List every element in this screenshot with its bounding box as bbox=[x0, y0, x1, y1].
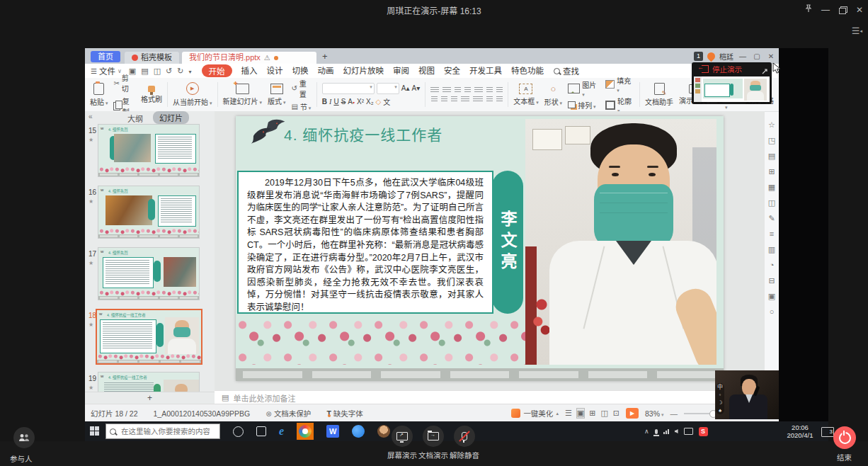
zoom-level[interactable]: 83% bbox=[645, 409, 663, 418]
sidebar-icon-4[interactable]: ⊞ bbox=[768, 168, 775, 176]
italic-button[interactable]: I bbox=[329, 98, 331, 106]
participants-button[interactable] bbox=[13, 427, 35, 448]
tab-template[interactable]: 稻壳模板 bbox=[125, 52, 179, 64]
sidebar-icon-10[interactable]: ◔ bbox=[770, 261, 775, 269]
justify-icon[interactable] bbox=[461, 96, 469, 103]
menu-features[interactable]: 特色功能 bbox=[511, 64, 544, 77]
sidebar-icon-1[interactable]: ☆ bbox=[768, 121, 775, 129]
reading-view-icon[interactable]: ◫ bbox=[600, 409, 607, 418]
input-method-icon[interactable] bbox=[684, 428, 693, 435]
textbox-button[interactable]: 文本框 bbox=[513, 84, 538, 106]
zoom-slider[interactable] bbox=[684, 413, 716, 414]
format-painter-button[interactable]: 格式刷 bbox=[141, 86, 162, 104]
sidebar-icon-11[interactable]: ⊟ bbox=[768, 277, 775, 285]
quickbar-more-icon[interactable] bbox=[188, 67, 191, 76]
sidebar-icon-6[interactable]: ◫ bbox=[768, 199, 775, 207]
align-right-icon[interactable] bbox=[451, 96, 457, 103]
participant-video-thumbnail[interactable]: 中◦☽♠ bbox=[715, 370, 779, 419]
tab-document[interactable]: 我们的节日清明.pptx ⚠ bbox=[182, 52, 316, 64]
reset-button[interactable]: 重置 bbox=[291, 78, 311, 99]
section-button[interactable]: 节 bbox=[291, 101, 311, 112]
menu-review[interactable]: 审阅 bbox=[393, 64, 409, 77]
count-badge[interactable]: 1 bbox=[694, 52, 703, 61]
unmute-button[interactable] bbox=[454, 426, 475, 447]
menu-transition[interactable]: 切换 bbox=[292, 64, 309, 77]
slide-thumbnail-15[interactable]: w 4. 缅怀先烈 bbox=[98, 124, 200, 177]
participants-label[interactable]: 参与人 bbox=[10, 453, 33, 464]
add-slide-button[interactable]: + bbox=[147, 393, 152, 403]
print-icon[interactable] bbox=[141, 67, 148, 76]
end-meeting-button[interactable] bbox=[833, 426, 856, 449]
doc-assistant-button[interactable]: 文档助手 bbox=[645, 83, 673, 107]
end-meeting-label[interactable]: 结束 bbox=[837, 452, 852, 462]
doc-share-label[interactable]: 文档演示 bbox=[418, 450, 448, 460]
menu-view[interactable]: 视图 bbox=[418, 64, 435, 77]
beautify-button[interactable]: 一键美化 bbox=[511, 408, 559, 419]
taskbar-avatar[interactable] bbox=[377, 425, 390, 438]
close-button[interactable]: ✕ bbox=[854, 4, 865, 16]
numbering-icon[interactable] bbox=[442, 87, 451, 93]
search-input[interactable] bbox=[120, 426, 211, 436]
sidebar-icon-5[interactable]: ▦ bbox=[768, 183, 775, 191]
cortana-icon[interactable] bbox=[233, 426, 244, 437]
wps-minimize-button[interactable]: — bbox=[738, 52, 748, 60]
wps-restore-button[interactable]: ▢ bbox=[752, 52, 762, 60]
text-tools-icon[interactable] bbox=[496, 87, 503, 93]
name-pill[interactable]: 李文亮 bbox=[492, 171, 523, 314]
task-view-icon[interactable] bbox=[256, 426, 266, 436]
bold-button[interactable]: B bbox=[322, 98, 327, 106]
layout-button[interactable]: 版式 bbox=[268, 84, 285, 106]
menu-animation[interactable]: 动画 bbox=[318, 64, 334, 77]
collapse-panel-icon[interactable]: « bbox=[88, 113, 93, 120]
indent-icon[interactable] bbox=[464, 87, 471, 93]
superscript-icon[interactable] bbox=[357, 98, 364, 106]
outline-tab[interactable]: 大纲 bbox=[127, 113, 143, 124]
text-direction-icon[interactable] bbox=[474, 87, 483, 93]
line-spacing-icon[interactable] bbox=[486, 96, 493, 103]
paste-button[interactable]: 粘贴 bbox=[90, 83, 108, 107]
slide-thumbnail-18-selected[interactable]: w 4. 缅怀抗疫一线工作者 bbox=[96, 309, 202, 365]
undo-icon[interactable] bbox=[166, 67, 172, 76]
edge-browser-icon[interactable]: e bbox=[279, 425, 284, 438]
cut-button[interactable]: 剪切 bbox=[113, 72, 135, 93]
taskbar-search[interactable] bbox=[105, 424, 220, 439]
font-grow-icon[interactable]: A▴ bbox=[401, 84, 410, 92]
wps-close-button[interactable]: ✕ bbox=[766, 52, 776, 60]
active-app-icon[interactable] bbox=[297, 423, 314, 440]
underline-button[interactable]: U bbox=[333, 98, 338, 106]
restore-button[interactable] bbox=[837, 4, 848, 16]
protection-status[interactable]: 文档未保护 bbox=[265, 408, 311, 419]
mic-tray-icon[interactable] bbox=[655, 429, 658, 434]
pin-icon[interactable] bbox=[803, 4, 814, 16]
font-size-input[interactable] bbox=[377, 83, 399, 94]
menu-devtools[interactable]: 开发工具 bbox=[469, 64, 502, 77]
action-center-icon[interactable]: 3 bbox=[821, 427, 834, 437]
shapes-button[interactable]: 形状 bbox=[544, 82, 562, 107]
slide-body-textbox[interactable]: 2019年12月30日下午5点多，他在武汉大学临床04级班级群里发布消息说“华南… bbox=[237, 171, 493, 314]
clock[interactable]: 20:06 2020/4/1 bbox=[782, 424, 818, 439]
fill-button[interactable]: 填充 bbox=[605, 75, 635, 93]
sidebar-icon-13[interactable]: ○ bbox=[770, 308, 775, 316]
font-color-icon[interactable]: A bbox=[348, 98, 355, 106]
unmute-label[interactable]: 解除静音 bbox=[450, 450, 479, 460]
slide-canvas[interactable]: 4. 缅怀抗疫一线工作者 2019年12月30日下午5点多，他在武汉大学临床04… bbox=[236, 116, 724, 381]
subscript-icon[interactable] bbox=[366, 98, 374, 106]
sidebar-icon-3[interactable]: ▤ bbox=[768, 152, 775, 160]
slide-title[interactable]: 4. 缅怀抗疫一线工作者 bbox=[284, 123, 442, 144]
minimize-button[interactable]: — bbox=[820, 4, 831, 16]
slide-thumbnail-16[interactable]: w 4. 缅怀先烈 bbox=[98, 186, 200, 239]
sogou-input-icon[interactable]: S bbox=[699, 427, 708, 436]
normal-view-icon[interactable]: ▣ bbox=[577, 409, 584, 418]
picture-button[interactable]: 图片 bbox=[568, 79, 599, 98]
start-button[interactable] bbox=[90, 426, 100, 436]
align-left-icon[interactable] bbox=[431, 96, 438, 103]
slideshow-play-button[interactable] bbox=[626, 408, 639, 419]
screen-share-label[interactable]: 屏幕演示 bbox=[387, 450, 417, 460]
menu-find[interactable]: 查找 bbox=[554, 65, 579, 76]
tray-expand-icon[interactable]: ∧ bbox=[644, 428, 649, 435]
font-name-input[interactable] bbox=[322, 83, 375, 94]
outdent-icon[interactable] bbox=[455, 87, 461, 93]
arrange-button[interactable]: 排列 bbox=[568, 100, 599, 110]
sidebar-icon-7[interactable]: ✎ bbox=[768, 215, 775, 222]
phonetic-icon[interactable] bbox=[383, 96, 390, 107]
